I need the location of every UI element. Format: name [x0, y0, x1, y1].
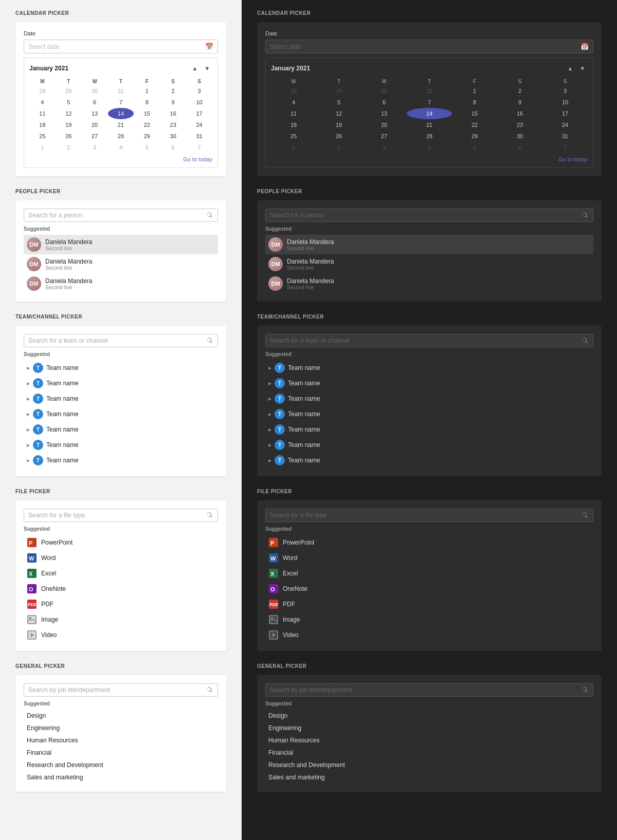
cal-day[interactable]: 17 — [542, 108, 588, 119]
dark-general-search-box[interactable] — [265, 683, 593, 697]
general-item[interactable]: Human Resources — [24, 734, 218, 746]
cal-day[interactable]: 6 — [160, 142, 186, 153]
cal-day[interactable]: 4 — [29, 97, 56, 108]
file-item[interactable]: Image — [24, 612, 218, 627]
cal-day[interactable]: 31 — [186, 130, 212, 142]
cal-day[interactable]: 29 — [316, 85, 361, 97]
cal-prev-btn[interactable]: ▲ — [190, 63, 200, 73]
dark-go-to-today[interactable]: Go to today — [271, 156, 588, 162]
cal-day[interactable]: 30 — [82, 85, 108, 97]
dark-people-search-input[interactable] — [270, 212, 582, 219]
cal-day[interactable]: 6 — [497, 142, 542, 153]
team-item[interactable]: ▶Team name — [24, 453, 218, 468]
cal-day[interactable]: 15 — [134, 108, 160, 119]
cal-day[interactable]: 1 — [29, 142, 56, 153]
cal-day[interactable]: 20 — [82, 119, 108, 130]
cal-day[interactable]: 4 — [108, 142, 134, 153]
light-file-search-box[interactable] — [24, 509, 218, 522]
cal-day[interactable]: 14 — [108, 108, 134, 119]
cal-next-btn[interactable]: ▼ — [202, 63, 212, 73]
cal-day[interactable]: 5 — [316, 97, 361, 108]
cal-day[interactable]: 22 — [134, 119, 160, 130]
cal-day[interactable]: 7 — [407, 97, 452, 108]
light-people-search-input[interactable] — [28, 212, 206, 219]
team-item[interactable]: ▶Team name — [265, 391, 593, 406]
file-item[interactable]: OOneNote — [265, 581, 593, 596]
light-date-input[interactable]: Select date 📅 — [24, 40, 218, 53]
cal-day[interactable]: 16 — [497, 108, 542, 119]
general-item[interactable]: Sales and marketing — [265, 771, 593, 783]
cal-day[interactable]: 29 — [134, 130, 160, 142]
cal-day[interactable]: 24 — [542, 119, 588, 130]
cal-day[interactable]: 7 — [542, 142, 588, 153]
cal-day[interactable]: 12 — [56, 108, 82, 119]
file-item[interactable]: Video — [24, 627, 218, 643]
cal-day[interactable]: 3 — [186, 85, 212, 97]
cal-day[interactable]: 30 — [361, 85, 407, 97]
general-item[interactable]: Research and Development — [24, 759, 218, 771]
cal-day[interactable]: 5 — [134, 142, 160, 153]
cal-day[interactable]: 23 — [497, 119, 542, 130]
cal-day[interactable]: 28 — [29, 85, 56, 97]
cal-day[interactable]: 6 — [361, 97, 407, 108]
team-item[interactable]: ▶Team name — [265, 360, 593, 376]
cal-day[interactable]: 31 — [407, 85, 452, 97]
team-item[interactable]: ▶Team name — [265, 453, 593, 468]
dark-cal-prev-btn[interactable]: ▲ — [565, 63, 575, 73]
file-item[interactable]: PDFPDF — [265, 596, 593, 612]
team-item[interactable]: ▶Team name — [265, 406, 593, 422]
person-item[interactable]: DMDaniela ManderaSecond line — [265, 235, 593, 254]
file-item[interactable]: OOneNote — [24, 581, 218, 596]
file-item[interactable]: XExcel — [265, 566, 593, 581]
cal-day[interactable]: 18 — [271, 119, 316, 130]
cal-day[interactable]: 8 — [452, 97, 497, 108]
dark-general-search-input[interactable] — [270, 686, 582, 694]
cal-day[interactable]: 4 — [407, 142, 452, 153]
cal-day[interactable]: 11 — [29, 108, 56, 119]
cal-day[interactable]: 2 — [497, 85, 542, 97]
team-item[interactable]: ▶Team name — [24, 406, 218, 422]
light-team-search-box[interactable] — [24, 334, 218, 347]
cal-day[interactable]: 13 — [82, 108, 108, 119]
person-item[interactable]: DMDaniela ManderaSecond line — [24, 254, 218, 274]
team-item[interactable]: ▶Team name — [24, 422, 218, 437]
cal-day[interactable]: 1 — [134, 85, 160, 97]
person-item[interactable]: DMDaniela ManderaSecond line — [24, 274, 218, 293]
file-item[interactable]: Image — [265, 612, 593, 627]
cal-day[interactable]: 17 — [186, 108, 212, 119]
cal-day[interactable]: 14 — [407, 108, 452, 119]
cal-day[interactable]: 15 — [452, 108, 497, 119]
cal-day[interactable]: 27 — [82, 130, 108, 142]
team-item[interactable]: ▶Team name — [265, 422, 593, 437]
file-item[interactable]: WWord — [24, 550, 218, 566]
team-item[interactable]: ▶Team name — [265, 437, 593, 453]
team-item[interactable]: ▶Team name — [24, 360, 218, 376]
cal-day[interactable]: 3 — [542, 85, 588, 97]
cal-day[interactable]: 3 — [361, 142, 407, 153]
cal-day[interactable]: 10 — [186, 97, 212, 108]
cal-day[interactable]: 11 — [271, 108, 316, 119]
cal-day[interactable]: 30 — [497, 130, 542, 142]
cal-day[interactable]: 6 — [82, 97, 108, 108]
cal-day[interactable]: 23 — [160, 119, 186, 130]
cal-day[interactable]: 5 — [56, 97, 82, 108]
cal-day[interactable]: 9 — [497, 97, 542, 108]
light-team-search-input[interactable] — [28, 337, 206, 344]
cal-day[interactable]: 28 — [407, 130, 452, 142]
dark-cal-next-btn[interactable]: ▼ — [577, 63, 588, 73]
cal-day[interactable]: 4 — [271, 97, 316, 108]
cal-day[interactable]: 28 — [271, 85, 316, 97]
dark-file-search-input[interactable] — [270, 512, 582, 519]
file-item[interactable]: PPowerPoint — [265, 535, 593, 550]
cal-day[interactable]: 22 — [452, 119, 497, 130]
cal-day[interactable]: 12 — [316, 108, 361, 119]
team-item[interactable]: ▶Team name — [24, 376, 218, 391]
cal-day[interactable]: 1 — [452, 85, 497, 97]
file-item[interactable]: PPowerPoint — [24, 535, 218, 550]
light-general-search-box[interactable] — [24, 683, 218, 697]
dark-file-search-box[interactable] — [265, 509, 593, 522]
light-general-search-input[interactable] — [28, 686, 206, 694]
cal-day[interactable]: 25 — [271, 130, 316, 142]
cal-day[interactable]: 19 — [56, 119, 82, 130]
cal-day[interactable]: 2 — [160, 85, 186, 97]
